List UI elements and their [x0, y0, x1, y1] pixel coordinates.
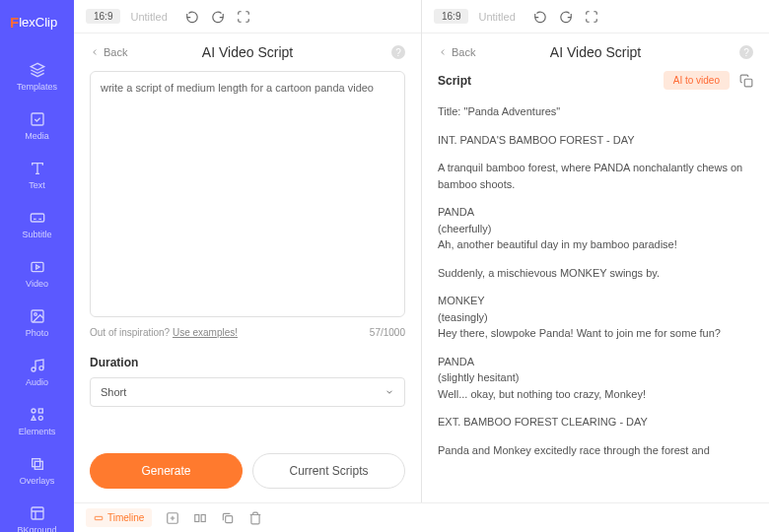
svg-rect-17	[744, 79, 752, 87]
chevron-left-icon	[90, 47, 100, 57]
left-buttons: Generate Current Scripts	[74, 439, 421, 502]
nav-elements[interactable]: Elements	[0, 397, 74, 446]
nav-media[interactable]: Media	[0, 101, 74, 151]
redo-icon[interactable]	[559, 10, 573, 24]
right-topbar: 16:9 Untitled	[422, 0, 769, 33]
script-line: Title: "Panda Adventures"	[438, 103, 753, 120]
split-icon[interactable]	[193, 511, 207, 525]
text-icon	[30, 161, 45, 176]
right-content: Script AI to video Title: "Panda Adventu…	[422, 71, 769, 502]
video-icon	[30, 259, 45, 275]
script-line: Panda and Monkey excitedly race through …	[438, 442, 753, 459]
project-name[interactable]: Untitled	[130, 11, 167, 23]
svg-point-7	[32, 409, 35, 413]
script-line: Suddenly, a mischievous MONKEY swings by…	[438, 265, 753, 282]
inspiration-text: Out of inspiration? Use examples!	[90, 327, 238, 338]
nav-overlays[interactable]: Overlays	[0, 446, 74, 496]
timeline-icon	[94, 513, 104, 523]
svg-rect-1	[31, 214, 43, 222]
svg-rect-21	[202, 514, 206, 521]
add-icon[interactable]	[166, 511, 179, 525]
photo-icon	[30, 308, 45, 324]
templates-icon	[30, 62, 45, 78]
undo-icon[interactable]	[185, 10, 199, 24]
duration-select[interactable]: Short	[90, 377, 405, 407]
char-counter: 57/1000	[370, 327, 405, 338]
svg-point-9	[38, 416, 42, 420]
left-header: Back AI Video Script ?	[74, 33, 421, 71]
svg-rect-10	[32, 459, 39, 467]
logo: FlexClip	[0, 8, 74, 36]
panels: 16:9 Untitled Back AI Video Script ? Out…	[74, 0, 769, 502]
svg-rect-22	[226, 515, 233, 522]
script-line: INT. PANDA'S BAMBOO FOREST - DAY	[438, 132, 753, 149]
bottom-bar: Timeline	[74, 502, 769, 532]
current-scripts-button[interactable]: Current Scripts	[252, 453, 405, 489]
help-icon[interactable]: ?	[391, 45, 405, 59]
svg-rect-2	[32, 262, 43, 271]
nav-video[interactable]: Video	[0, 249, 74, 299]
back-button[interactable]: Back	[90, 46, 127, 58]
right-header: Back AI Video Script ?	[422, 33, 769, 71]
redo-icon[interactable]	[211, 10, 225, 24]
chevron-left-icon	[438, 47, 448, 57]
delete-icon[interactable]	[248, 511, 262, 525]
panel-title: AI Video Script	[202, 44, 293, 60]
svg-rect-12	[32, 507, 43, 519]
nav-bkground[interactable]: BKground	[0, 496, 74, 532]
background-icon	[30, 505, 45, 521]
back-button[interactable]: Back	[438, 46, 475, 58]
use-examples-link[interactable]: Use examples!	[173, 327, 238, 338]
right-panel: 16:9 Untitled Back AI Video Script ? Scr…	[422, 0, 769, 502]
script-line: PANDA (cheerfully) Ah, another beautiful…	[438, 204, 753, 253]
ai-to-video-button[interactable]: AI to video	[664, 71, 730, 90]
svg-rect-0	[32, 113, 43, 125]
nav-photo[interactable]: Photo	[0, 299, 74, 348]
nav: Templates Media Text Subtitle Video Phot…	[0, 36, 74, 532]
project-name[interactable]: Untitled	[478, 11, 515, 23]
audio-icon	[30, 358, 45, 373]
svg-point-4	[34, 313, 36, 316]
subtitle-icon	[30, 210, 45, 226]
fullscreen-icon[interactable]	[237, 10, 250, 24]
script-line: A tranquil bamboo forest, where PANDA no…	[438, 160, 753, 192]
svg-rect-18	[95, 516, 103, 519]
script-label: Script	[438, 74, 471, 88]
left-topbar: 16:9 Untitled	[74, 0, 421, 33]
aspect-ratio-badge[interactable]: 16:9	[86, 9, 120, 24]
svg-rect-11	[35, 461, 42, 469]
help-icon[interactable]: ?	[739, 45, 753, 59]
nav-text[interactable]: Text	[0, 151, 74, 200]
script-output: Title: "Panda Adventures" INT. PANDA'S B…	[438, 103, 753, 458]
svg-rect-20	[195, 514, 199, 521]
svg-point-6	[39, 366, 43, 370]
panel-title: AI Video Script	[550, 44, 641, 60]
script-line: MONKEY (teasingly) Hey there, slowpoke P…	[438, 293, 753, 342]
fullscreen-icon[interactable]	[585, 10, 598, 24]
main: 16:9 Untitled Back AI Video Script ? Out…	[74, 0, 769, 532]
duration-label: Duration	[90, 356, 405, 369]
media-icon	[30, 111, 45, 127]
overlays-icon	[30, 456, 45, 472]
left-panel: 16:9 Untitled Back AI Video Script ? Out…	[74, 0, 422, 502]
generate-button[interactable]: Generate	[90, 453, 243, 489]
svg-rect-8	[38, 409, 42, 413]
nav-templates[interactable]: Templates	[0, 52, 74, 101]
svg-point-5	[32, 367, 35, 371]
script-line: PANDA (slightly hesitant) Well... okay, …	[438, 354, 753, 403]
elements-icon	[30, 407, 45, 423]
undo-icon[interactable]	[533, 10, 547, 24]
duplicate-icon[interactable]	[221, 511, 235, 525]
chevron-down-icon	[384, 387, 394, 397]
aspect-ratio-badge[interactable]: 16:9	[434, 9, 468, 24]
copy-icon[interactable]	[739, 74, 753, 88]
sidebar: FlexClip Templates Media Text Subtitle V…	[0, 0, 74, 532]
nav-audio[interactable]: Audio	[0, 348, 74, 397]
left-content: Out of inspiration? Use examples! 57/100…	[74, 71, 421, 439]
nav-subtitle[interactable]: Subtitle	[0, 200, 74, 249]
script-line: EXT. BAMBOO FOREST CLEARING - DAY	[438, 414, 753, 431]
prompt-input[interactable]	[90, 71, 405, 317]
timeline-button[interactable]: Timeline	[86, 508, 152, 527]
